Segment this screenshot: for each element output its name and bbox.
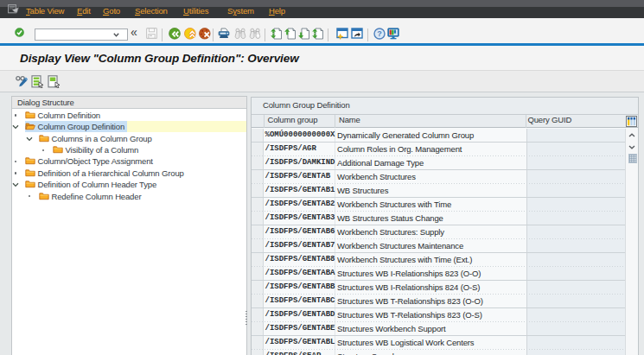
svg-text:?: ? [377,29,382,38]
